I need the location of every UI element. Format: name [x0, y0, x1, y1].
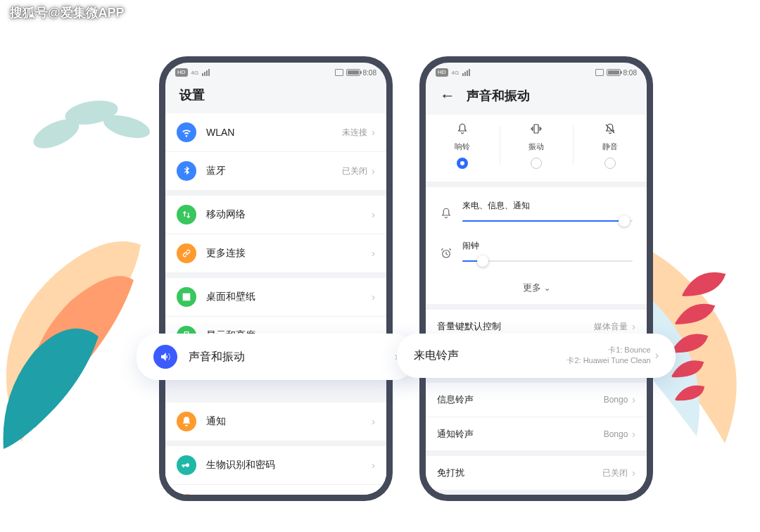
row-label: 蓝牙: [206, 165, 342, 177]
battery-icon: [346, 69, 360, 76]
clock-icon: [440, 247, 452, 260]
row-label: 信息铃声: [437, 393, 604, 406]
sound-mode-segment: 响铃 振动 静音: [426, 115, 647, 182]
hd-badge: HD: [175, 68, 188, 77]
row-label: 桌面和壁纸: [206, 291, 372, 303]
status-time: 8:08: [363, 69, 376, 77]
key-icon: [177, 455, 196, 475]
chevron-right-icon: ›: [372, 291, 375, 303]
signal-icon: [462, 69, 470, 76]
volume-slider-alarm[interactable]: [462, 256, 633, 266]
network-icon: 4G: [191, 70, 199, 76]
row-value: Bongo: [604, 395, 628, 405]
row-apps[interactable]: 应用 ›: [165, 484, 386, 495]
vibrate-icon: [529, 122, 543, 136]
network-icon: 4G: [452, 70, 460, 76]
page-title: 设置: [179, 87, 205, 103]
header: ← 声音和振动: [426, 80, 647, 115]
vibrate-icon: [335, 69, 343, 76]
chevron-right-icon: ›: [372, 248, 375, 259]
image-icon: [177, 287, 196, 307]
link-icon: [177, 243, 196, 263]
volume-calls: 来电、信息、通知: [440, 193, 633, 233]
row-label: 更多连接: [206, 247, 372, 260]
segment-label: 响铃: [455, 141, 470, 152]
segment-vibrate[interactable]: 振动: [500, 122, 574, 169]
header: 设置: [165, 80, 386, 113]
ringtone-popout[interactable]: 来电铃声 卡1: Bounce卡2: Huawei Tune Clean ›: [397, 334, 676, 378]
svg-rect-3: [534, 125, 538, 133]
row-value: 未连接: [342, 127, 367, 139]
bluetooth-icon: [177, 161, 196, 181]
bell-icon: [455, 122, 469, 136]
segment-label: 振动: [528, 141, 544, 152]
row-label: 通知铃声: [437, 428, 604, 441]
row-value: 媒体音量: [594, 321, 628, 333]
watermark-text: 搜狐号@爱集微APP: [10, 4, 125, 21]
chevron-right-icon: ›: [372, 127, 375, 138]
row-mobile-network[interactable]: 移动网络 ›: [165, 196, 386, 234]
row-notification-ringtone[interactable]: 通知铃声 Bongo ›: [426, 417, 647, 450]
more-label: 更多: [523, 281, 541, 294]
status-bar: HD 4G 8:08: [426, 63, 647, 80]
popout-value: 卡1: Bounce卡2: Huawei Tune Clean: [566, 345, 650, 367]
radio-unselected[interactable]: [531, 158, 542, 169]
bell-icon: [440, 207, 452, 220]
row-label: 通知: [206, 415, 372, 428]
bell-icon: [177, 412, 196, 431]
chevron-right-icon: ›: [632, 467, 635, 479]
chevron-right-icon: ›: [372, 416, 375, 427]
volume-slider-calls[interactable]: [462, 216, 633, 226]
popout-label: 来电铃声: [414, 348, 566, 363]
row-home-wallpaper[interactable]: 桌面和壁纸 ›: [165, 278, 386, 316]
row-value: Bongo: [604, 429, 628, 439]
phone-sound: HD 4G 8:08 ← 声音和振动 响铃 振动: [419, 56, 653, 501]
row-wlan[interactable]: WLAN 未连接 ›: [165, 113, 386, 151]
hd-badge: HD: [436, 68, 448, 77]
row-label: WLAN: [206, 127, 342, 138]
row-label: 生物识别和密码: [206, 459, 372, 471]
row-dnd[interactable]: 免打扰 已关闭 ›: [426, 456, 647, 490]
row-label: 免打扰: [437, 467, 602, 479]
row-message-ringtone[interactable]: 信息铃声 Bongo ›: [426, 383, 647, 417]
row-more-connections[interactable]: 更多连接 ›: [165, 234, 386, 272]
chevron-right-icon: ›: [372, 209, 375, 220]
battery-icon: [607, 69, 621, 76]
row-label: 音量键默认控制: [437, 320, 594, 333]
status-time: 8:08: [623, 69, 637, 77]
wifi-icon: [177, 122, 196, 142]
row-value: 已关闭: [602, 467, 628, 479]
back-button[interactable]: ←: [440, 87, 455, 105]
row-bluetooth[interactable]: 蓝牙 已关闭 ›: [165, 151, 386, 190]
segment-ring[interactable]: 响铃: [426, 122, 500, 169]
chevron-right-icon: ›: [655, 349, 659, 362]
row-label: 移动网络: [206, 208, 372, 221]
bell-off-icon: [603, 122, 617, 136]
volume-label: 闹钟: [462, 240, 633, 252]
row-value: 已关闭: [342, 165, 367, 177]
page-title: 声音和振动: [467, 87, 530, 104]
volume-alarm: 闹钟: [440, 233, 633, 273]
more-button[interactable]: 更多 ⌄: [426, 276, 647, 304]
signal-icon: [202, 69, 210, 76]
sound-icon: [153, 345, 177, 369]
radio-selected[interactable]: [457, 158, 468, 169]
row-biometrics[interactable]: 生物识别和密码 ›: [165, 446, 386, 484]
segment-silent[interactable]: 静音: [573, 122, 647, 169]
volume-label: 来电、信息、通知: [462, 200, 633, 212]
chevron-down-icon: ⌄: [544, 284, 550, 293]
segment-label: 静音: [602, 141, 618, 152]
updown-icon: [177, 205, 196, 224]
popout-label: 声音和振动: [189, 350, 395, 365]
chevron-right-icon: ›: [632, 394, 635, 405]
row-notifications[interactable]: 通知 ›: [165, 403, 386, 441]
status-bar: HD 4G 8:08: [165, 63, 386, 80]
radio-unselected[interactable]: [604, 158, 616, 169]
apps-icon: [177, 494, 196, 495]
chevron-right-icon: ›: [372, 460, 375, 471]
sound-popout[interactable]: 声音和振动 ›: [137, 334, 415, 380]
chevron-right-icon: ›: [372, 165, 375, 177]
chevron-right-icon: ›: [632, 321, 635, 332]
vibrate-icon: [595, 69, 604, 76]
phone-settings: HD 4G 8:08 设置 WLAN 未连接 › 蓝牙 已关: [159, 56, 393, 501]
